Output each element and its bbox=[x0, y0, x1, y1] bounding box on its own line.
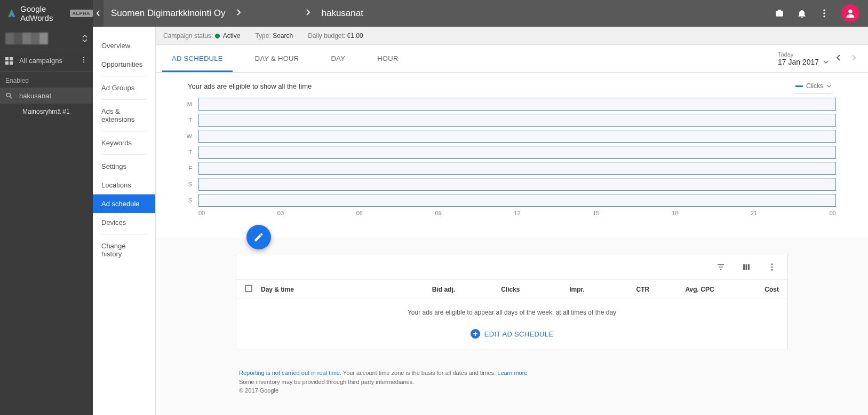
col-day-time[interactable]: Day & time bbox=[261, 286, 391, 293]
col-bid-adj[interactable]: Bid adj. bbox=[391, 286, 455, 293]
edit-schedule-fab[interactable] bbox=[246, 225, 271, 249]
schedule-row: S bbox=[182, 178, 836, 191]
breadcrumb-account[interactable]: Suomen Digimarkkinointi Oy bbox=[111, 8, 225, 19]
bell-icon[interactable] bbox=[797, 8, 807, 19]
select-all-checkbox[interactable] bbox=[245, 285, 252, 292]
view-tabs: AD SCHEDULE DAY & HOUR DAY HOUR Today 17… bbox=[156, 45, 868, 73]
svg-point-19 bbox=[771, 263, 773, 265]
nav-devices[interactable]: Devices bbox=[93, 213, 155, 232]
schedule-table: Day & time Bid adj. Clicks Impr. CTR Avg… bbox=[236, 254, 788, 349]
briefcase-icon[interactable] bbox=[774, 8, 785, 19]
dropdown-arrow-icon bbox=[826, 84, 832, 88]
reporting-disclaimer-link[interactable]: Reporting is not carried out in real tim… bbox=[239, 370, 341, 376]
account-switcher[interactable] bbox=[0, 27, 93, 50]
svg-point-11 bbox=[6, 93, 10, 97]
svg-point-10 bbox=[83, 61, 84, 62]
prev-period-button[interactable] bbox=[834, 52, 843, 66]
sidebar-item-adgroup[interactable]: Mainosryhmä #1 bbox=[0, 104, 93, 120]
svg-point-0 bbox=[823, 10, 825, 11]
more-vert-icon[interactable] bbox=[767, 262, 777, 272]
campaign-status-value: Active bbox=[223, 32, 241, 40]
campaign-name: hakusanat bbox=[19, 92, 51, 100]
nav-ads-extensions[interactable]: Ads & extensions bbox=[93, 102, 155, 129]
account-id-obscured bbox=[5, 33, 48, 44]
tab-day[interactable]: DAY bbox=[315, 45, 361, 72]
table-toolbar bbox=[236, 254, 787, 280]
schedule-bar[interactable] bbox=[198, 146, 836, 159]
next-period-button[interactable] bbox=[849, 52, 858, 66]
tab-day-hour[interactable]: DAY & HOUR bbox=[239, 45, 315, 72]
x-tick: 21 bbox=[751, 210, 757, 216]
eligible-note: Your ads are eligible to show all the ti… bbox=[188, 82, 836, 90]
schedule-chart: Your ads are eligible to show all the ti… bbox=[156, 73, 868, 238]
adgroup-name: Mainosryhmä #1 bbox=[22, 108, 70, 115]
budget-value: €1.00 bbox=[347, 32, 363, 40]
col-ctr[interactable]: CTR bbox=[585, 286, 649, 293]
sidebar-item-campaign[interactable]: hakusanat bbox=[0, 88, 93, 104]
nav-overview[interactable]: Overview bbox=[93, 36, 155, 55]
col-cost[interactable]: Cost bbox=[714, 286, 779, 293]
tab-hour[interactable]: HOUR bbox=[361, 45, 414, 72]
table-empty-message: Your ads are eligible to appear all days… bbox=[236, 299, 787, 326]
nav-keywords[interactable]: Keywords bbox=[93, 134, 155, 152]
chevron-right-icon bbox=[236, 8, 241, 19]
schedule-bar[interactable] bbox=[198, 162, 836, 175]
col-clicks[interactable]: Clicks bbox=[455, 286, 520, 293]
nav-settings[interactable]: Settings bbox=[93, 157, 155, 176]
secondary-nav: Overview Opportunities Ad Groups Ads & e… bbox=[93, 27, 156, 415]
svg-rect-7 bbox=[10, 61, 13, 65]
col-avg-cpc[interactable]: Avg. CPC bbox=[649, 286, 714, 293]
col-impr[interactable]: Impr. bbox=[520, 286, 585, 293]
schedule-row: W bbox=[182, 130, 836, 143]
day-label: T bbox=[182, 149, 192, 155]
svg-rect-5 bbox=[10, 57, 13, 60]
enabled-section-label: Enabled bbox=[0, 72, 93, 88]
schedule-bar[interactable] bbox=[198, 130, 836, 143]
tab-ad-schedule[interactable]: AD SCHEDULE bbox=[156, 45, 239, 72]
svg-rect-6 bbox=[5, 61, 9, 65]
nav-locations[interactable]: Locations bbox=[93, 176, 155, 194]
expand-collapse-icon[interactable] bbox=[82, 35, 87, 42]
footer: Reporting is not carried out in real tim… bbox=[236, 360, 788, 402]
table-header-row: Day & time Bid adj. Clicks Impr. CTR Avg… bbox=[236, 280, 787, 299]
budget-label: Daily budget: bbox=[308, 32, 345, 40]
x-tick: 12 bbox=[514, 210, 520, 216]
schedule-bar[interactable] bbox=[198, 98, 836, 111]
schedule-bar[interactable] bbox=[198, 178, 836, 191]
footer-tz-note: Your account time zone is the basis for … bbox=[341, 370, 497, 376]
metric-selector[interactable]: Clicks bbox=[794, 80, 833, 93]
day-label: S bbox=[182, 181, 192, 187]
svg-rect-16 bbox=[743, 264, 745, 270]
svg-rect-4 bbox=[5, 57, 9, 60]
all-campaigns-row[interactable]: All campaigns bbox=[0, 50, 93, 72]
schedule-bar[interactable] bbox=[198, 114, 836, 127]
breadcrumb-campaign[interactable]: hakusanat bbox=[321, 8, 363, 19]
collapse-sidebar-button[interactable] bbox=[93, 0, 103, 27]
x-tick: 15 bbox=[593, 210, 599, 216]
columns-icon[interactable] bbox=[742, 262, 751, 272]
filter-icon[interactable] bbox=[716, 262, 726, 272]
svg-point-20 bbox=[771, 266, 773, 268]
svg-rect-18 bbox=[748, 264, 750, 270]
avatar[interactable] bbox=[841, 4, 859, 22]
pencil-icon bbox=[253, 232, 264, 242]
footer-copyright: © 2017 Google bbox=[239, 386, 788, 395]
day-label: M bbox=[182, 101, 192, 107]
date-range-button[interactable]: Today 17 Jan 2017 bbox=[778, 48, 829, 69]
nav-opportunities[interactable]: Opportunities bbox=[93, 55, 155, 74]
topbar-actions bbox=[774, 4, 868, 22]
more-vert-icon[interactable] bbox=[80, 56, 87, 65]
nav-adgroups[interactable]: Ad Groups bbox=[93, 79, 155, 97]
edit-ad-schedule-link[interactable]: EDIT AD SCHEDULE bbox=[471, 329, 554, 339]
nav-change-history[interactable]: Change history bbox=[93, 237, 155, 263]
svg-rect-17 bbox=[746, 264, 747, 270]
learn-more-link[interactable]: Learn more bbox=[497, 370, 527, 376]
svg-point-21 bbox=[771, 269, 773, 270]
schedule-bar[interactable] bbox=[198, 194, 836, 207]
legend-swatch-icon bbox=[795, 85, 803, 87]
content-area: Campaign status: Active Type: Search Dai… bbox=[156, 27, 868, 415]
schedule-row: T bbox=[182, 146, 836, 159]
svg-point-2 bbox=[823, 15, 825, 17]
nav-ad-schedule[interactable]: Ad schedule bbox=[93, 194, 155, 213]
more-vert-icon[interactable] bbox=[819, 8, 830, 19]
